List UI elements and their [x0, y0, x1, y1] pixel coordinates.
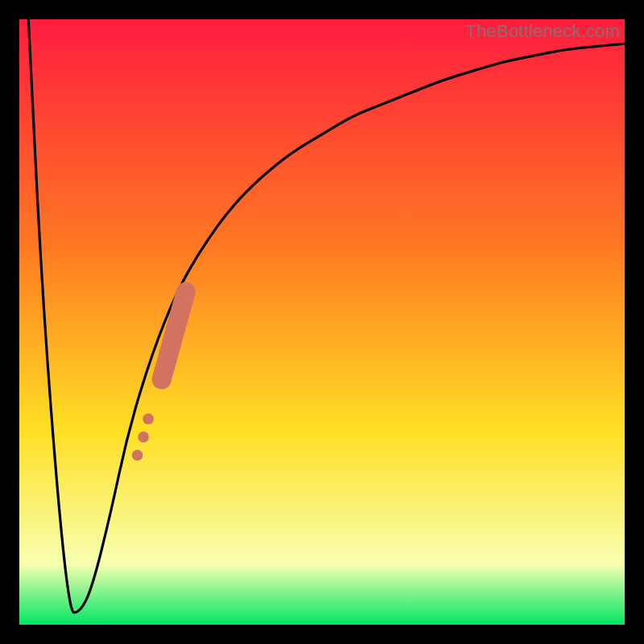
- chart-svg: [19, 19, 625, 625]
- watermark-text: TheBottleneck.com: [465, 21, 620, 42]
- marker-dot: [142, 414, 154, 425]
- marker-dot: [138, 431, 149, 443]
- plot-area: TheBottleneck.com: [19, 19, 625, 625]
- gradient-background: [19, 19, 625, 625]
- marker-dot: [132, 450, 143, 461]
- chart-frame: TheBottleneck.com: [0, 0, 644, 644]
